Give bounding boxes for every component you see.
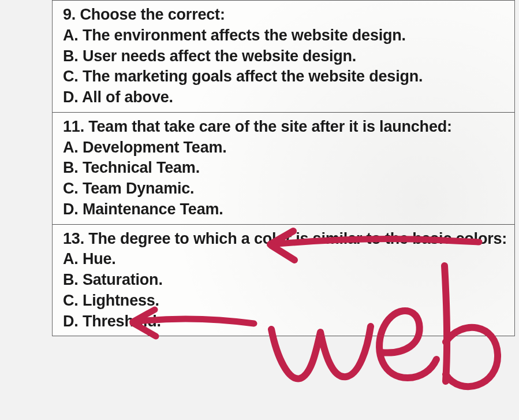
question-cell: 13. The degree to which a color is simil… <box>53 224 514 337</box>
question-option: D. Threshold. <box>63 312 509 332</box>
question-table: 9. Choose the correct: A. The environmen… <box>52 0 515 336</box>
question-option: B. Technical Team. <box>63 158 509 178</box>
question-cell: 9. Choose the correct: A. The environmen… <box>53 0 514 112</box>
question-option: A. Development Team. <box>63 138 509 158</box>
question-option: C. The marketing goals affect the websit… <box>63 67 509 87</box>
question-prompt: 11. Team that take care of the site afte… <box>63 117 509 137</box>
question-cell: 11. Team that take care of the site afte… <box>53 112 514 224</box>
question-option: C. Lightness. <box>63 291 509 311</box>
question-option: C. Team Dynamic. <box>63 179 509 199</box>
question-option: A. The environment affects the website d… <box>63 26 509 46</box>
question-option: D. Maintenance Team. <box>63 200 509 220</box>
question-prompt: 13. The degree to which a color is simil… <box>63 229 509 249</box>
question-option: B. Saturation. <box>63 270 509 290</box>
question-option: A. Hue. <box>63 250 509 269</box>
question-prompt: 9. Choose the correct: <box>63 5 509 25</box>
question-option: B. User needs affect the website design. <box>63 47 509 66</box>
question-option: D. All of above. <box>63 88 509 107</box>
